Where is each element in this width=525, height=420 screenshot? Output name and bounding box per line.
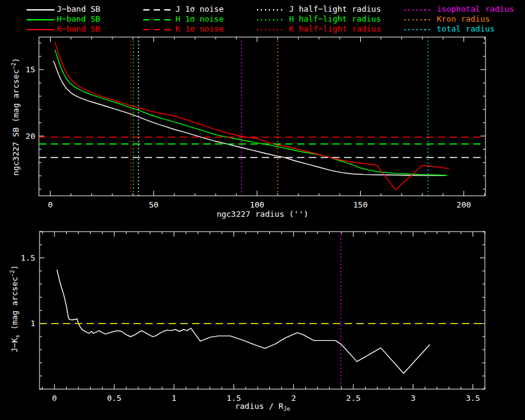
bottom-chart-y-axis-label: J−Ks (mag arcsec−2) <box>8 265 22 353</box>
legend-sample-h-half-light-radius <box>257 19 285 20</box>
legend-sample-j-1-noise <box>143 9 171 10</box>
top-chart-frame <box>39 37 485 196</box>
j-ks-color-profile-curve <box>57 270 430 374</box>
top-y-label-superscript: −2 <box>10 62 17 69</box>
legend-label-j-band-sb: J−band SB <box>57 5 100 14</box>
top-chart-x-tick-label: 200 <box>456 200 471 209</box>
legend-sample-j-half-light-radius <box>257 9 285 10</box>
top-chart-x-tick-label: 50 <box>149 200 159 209</box>
k-band-sb-curve <box>55 42 450 190</box>
legend-sample-total-radius <box>405 29 432 30</box>
bottom-chart-x-tick-label: 0 <box>52 393 57 403</box>
bottom-x-label-subscript: Je <box>284 406 290 412</box>
j-band-sb-curve <box>53 61 445 175</box>
legend-sample-k-half-light-radius <box>257 29 285 30</box>
bottom-chart-x-tick-label: 2.5 <box>346 393 360 403</box>
h-band-sb-curve <box>55 49 447 175</box>
screen: J−band SBH−band SBK−band SBJ 1σ noiseH 1… <box>0 0 525 420</box>
bottom-chart-x-axis-label: radius / RJe <box>235 402 290 413</box>
legend-label-j-1-noise: J 1σ noise <box>175 5 224 14</box>
legend-label-k-1-noise: K 1σ noise <box>175 25 224 33</box>
legend-sample-h-1-noise <box>143 19 171 20</box>
legend-label-kron-radius: Kron radius <box>437 15 490 23</box>
bottom-chart-x-tick-label: 3 <box>411 393 416 403</box>
legend-sample-isophotal-radius <box>405 9 432 10</box>
legend-label-isophotal-radius: isophotal radius <box>437 5 514 14</box>
top-chart-y-tick-label: 15 <box>25 65 35 74</box>
top-chart-y-axis-label: ngc3227 SB (mag arcsec−2) <box>9 58 20 176</box>
bottom-chart-x-tick-label: 1 <box>172 393 177 403</box>
bottom-chart-x-tick-label: 0.5 <box>107 393 121 403</box>
legend-sample-k-1-noise <box>143 29 171 30</box>
bottom-y-label-close: ) <box>10 265 19 270</box>
legend-label-k-half-light-radius: K half−light radius <box>289 25 381 33</box>
bottom-chart-frame <box>40 232 485 389</box>
top-chart: 0501001502001520 <box>25 37 485 209</box>
bottom-chart-x-tick-label: 3.5 <box>466 393 480 403</box>
bottom-y-label-superscript: −2 <box>9 270 15 277</box>
top-chart-x-tick-label: 150 <box>353 200 368 209</box>
bottom-y-label-subscript: s <box>14 335 20 338</box>
bottom-y-label-mid: (mag arcsec <box>10 277 19 335</box>
legend-sample-kron-radius <box>405 19 432 20</box>
legend-sample-h-band-sb <box>27 19 54 20</box>
top-chart-x-tick-label: 0 <box>48 200 52 209</box>
top-chart-x-tick-label: 100 <box>250 200 264 209</box>
legend-label-k-band-sb: K−band SB <box>57 25 100 33</box>
legend-sample-j-band-sb <box>27 9 54 10</box>
legend-label-h-half-light-radius: H half−light radius <box>289 15 381 23</box>
bottom-chart-y-tick-label: 1.5 <box>21 253 35 262</box>
legend-label-total-radius: total radius <box>437 25 495 33</box>
bottom-y-label-text: J−K <box>10 338 19 352</box>
legend-label-h-band-sb: H−band SB <box>57 15 100 23</box>
top-x-label-text: ngc3227 radius ('') <box>217 209 309 219</box>
legend-label-j-half-light-radius: J half−light radius <box>289 5 381 14</box>
bottom-chart-y-tick-label: 1 <box>30 319 35 328</box>
top-y-label-text: ngc3227 SB (mag arcsec <box>11 69 20 175</box>
top-chart-x-axis-label: ngc3227 radius ('') <box>217 210 309 219</box>
bottom-chart-x-tick-label: 2 <box>291 393 296 403</box>
bottom-x-label-text: radius / R <box>235 401 283 411</box>
bottom-chart: 00.511.522.533.511.5 <box>21 232 485 403</box>
legend-sample-k-band-sb <box>27 29 54 30</box>
legend-label-h-1-noise: H 1σ noise <box>175 15 224 23</box>
top-y-label-close: ) <box>11 58 20 63</box>
top-chart-y-tick-label: 20 <box>25 132 35 141</box>
